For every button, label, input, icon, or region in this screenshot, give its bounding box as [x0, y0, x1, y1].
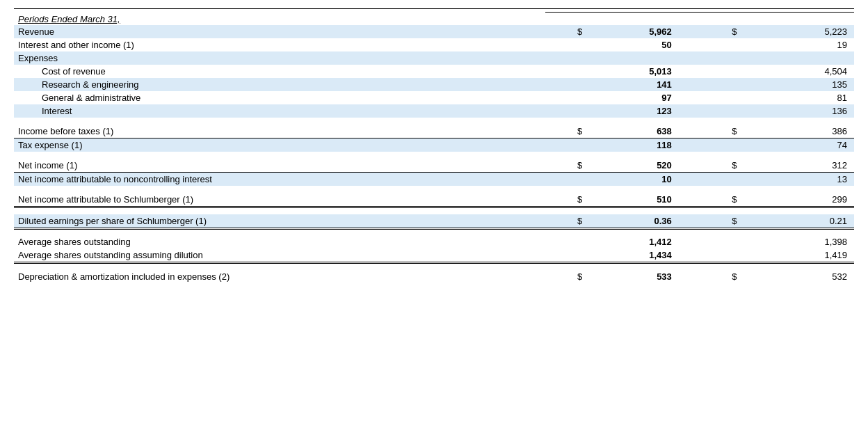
- table-row: Income before taxes (1)$638$386: [14, 125, 854, 138]
- sym-2021-income-before-taxes: $: [700, 125, 739, 138]
- val-2021-diluted-eps: 0.21: [738, 214, 854, 229]
- row-label-net-income: Net income (1): [14, 159, 545, 173]
- sym-2022-depreciation: $: [545, 270, 584, 283]
- val-2021-avg-shares-diluted: 1,419: [738, 248, 854, 263]
- table-row: Revenue$5,962$5,223: [14, 25, 854, 38]
- sym-2022-avg-shares-diluted: [545, 248, 584, 263]
- val-2021-income-before-taxes: 386: [738, 125, 854, 138]
- val-2022-depreciation: 533: [584, 270, 700, 283]
- val-2022-interest: 123: [584, 104, 700, 118]
- periods-row: Periods Ended March 31,: [14, 13, 854, 26]
- table-row: Average shares outstanding1,4121,398: [14, 235, 854, 248]
- sym-2022-net-income: $: [545, 159, 584, 173]
- table-row: [14, 186, 854, 193]
- row-label-revenue: Revenue: [14, 25, 545, 38]
- table-row: Average shares outstanding assuming dilu…: [14, 248, 854, 263]
- val-2022-diluted-eps: 0.36: [584, 214, 700, 229]
- val-2022-net-income: 520: [584, 159, 700, 173]
- val-2022-net-income-schlumberger: 510: [584, 193, 700, 207]
- sym-2021-depreciation: $: [700, 270, 739, 283]
- table-row: Depreciation & amortization included in …: [14, 270, 854, 283]
- sym-2022-net-income-noncontrolling: [545, 173, 584, 187]
- val-2022-net-income-noncontrolling: 10: [584, 173, 700, 187]
- row-label-interest-income: Interest and other income (1): [14, 38, 545, 51]
- sym-2022-cost-of-revenue: [545, 65, 584, 78]
- row-label-income-before-taxes: Income before taxes (1): [14, 125, 545, 138]
- row-label-tax-expense: Tax expense (1): [14, 138, 545, 152]
- row-label-net-income-schlumberger: Net income attributable to Schlumberger …: [14, 193, 545, 207]
- table-row: Net income (1)$520$312: [14, 159, 854, 173]
- sym-2022-income-before-taxes: $: [545, 125, 584, 138]
- periods-label: Periods Ended March 31,: [14, 13, 854, 26]
- row-label-depreciation: Depreciation & amortization included in …: [14, 270, 545, 283]
- val-2021-net-income-schlumberger: 299: [738, 193, 854, 207]
- val-2021-cost-of-revenue: 4,504: [738, 65, 854, 78]
- sym-2022-general-admin: [545, 91, 584, 104]
- val-2021-avg-shares: 1,398: [738, 235, 854, 248]
- sym-2022-tax-expense: [545, 138, 584, 152]
- sym-2022-revenue: $: [545, 25, 584, 38]
- sym-2021-diluted-eps: $: [700, 214, 739, 229]
- val-2021-depreciation: 532: [738, 270, 854, 283]
- table-row: [14, 152, 854, 159]
- val-2022-tax-expense: 118: [584, 138, 700, 152]
- row-label-diluted-eps: Diluted earnings per share of Schlumberg…: [14, 214, 545, 229]
- sym-2021-net-income-schlumberger: $: [700, 193, 739, 207]
- row-label-avg-shares: Average shares outstanding: [14, 235, 545, 248]
- val-2022-cost-of-revenue: 5,013: [584, 65, 700, 78]
- sym-2021-general-admin: [700, 91, 739, 104]
- sym-2022-interest: [545, 104, 584, 118]
- val-2022-income-before-taxes: 638: [584, 125, 700, 138]
- sym-2022-interest-income: [545, 38, 584, 51]
- table-row: Net income attributable to noncontrollin…: [14, 173, 854, 187]
- row-label-general-admin: General & administrative: [14, 91, 545, 104]
- table-row: [14, 263, 854, 270]
- sym-2022-diluted-eps: $: [545, 214, 584, 229]
- sym-2021-avg-shares-diluted: [700, 248, 739, 263]
- sym-2022-avg-shares: [545, 235, 584, 248]
- sym-2021-research-engineering: [700, 78, 739, 91]
- val-2021-general-admin: 81: [738, 91, 854, 104]
- row-label-net-income-noncontrolling: Net income attributable to noncontrollin…: [14, 173, 545, 187]
- sym-2021-cost-of-revenue: [700, 65, 739, 78]
- val-2022-interest-income: 50: [584, 38, 700, 51]
- val-2021-interest-income: 19: [738, 38, 854, 51]
- sym-2021-interest: [700, 104, 739, 118]
- sym-2021-expenses-header: [700, 51, 739, 65]
- table-row: Tax expense (1)11874: [14, 138, 854, 152]
- sym-2021-interest-income: [700, 38, 739, 51]
- row-label-avg-shares-diluted: Average shares outstanding assuming dilu…: [14, 248, 545, 263]
- table-row: General & administrative9781: [14, 91, 854, 104]
- table-row: Cost of revenue5,0134,504: [14, 65, 854, 78]
- table-row: Net income attributable to Schlumberger …: [14, 193, 854, 207]
- row-label-research-engineering: Research & engineering: [14, 78, 545, 91]
- val-2022-avg-shares: 1,412: [584, 235, 700, 248]
- sym-2022-net-income-schlumberger: $: [545, 193, 584, 207]
- table-row: Expenses: [14, 51, 854, 65]
- val-2022-avg-shares-diluted: 1,434: [584, 248, 700, 263]
- table-row: Interest and other income (1)5019: [14, 38, 854, 51]
- sym-2021-avg-shares: [700, 235, 739, 248]
- table-row: [14, 118, 854, 125]
- row-label-interest: Interest: [14, 104, 545, 118]
- val-2021-revenue: 5,223: [738, 25, 854, 38]
- sym-2022-research-engineering: [545, 78, 584, 91]
- sym-2021-tax-expense: [700, 138, 739, 152]
- val-2022-revenue: 5,962: [584, 25, 700, 38]
- val-2022-expenses-header: [584, 51, 700, 65]
- val-2021-interest: 136: [738, 104, 854, 118]
- val-2021-net-income-noncontrolling: 13: [738, 173, 854, 187]
- table-row: [14, 207, 854, 214]
- val-2021-research-engineering: 135: [738, 78, 854, 91]
- sym-2021-net-income: $: [700, 159, 739, 173]
- row-label-expenses-header: Expenses: [14, 51, 545, 65]
- table-row: [14, 228, 854, 235]
- table-row: Diluted earnings per share of Schlumberg…: [14, 214, 854, 229]
- val-2022-research-engineering: 141: [584, 78, 700, 91]
- sym-2022-expenses-header: [545, 51, 584, 65]
- table-row: Research & engineering141135: [14, 78, 854, 91]
- val-2022-general-admin: 97: [584, 91, 700, 104]
- row-label-cost-of-revenue: Cost of revenue: [14, 65, 545, 78]
- val-2021-tax-expense: 74: [738, 138, 854, 152]
- val-2021-expenses-header: [738, 51, 854, 65]
